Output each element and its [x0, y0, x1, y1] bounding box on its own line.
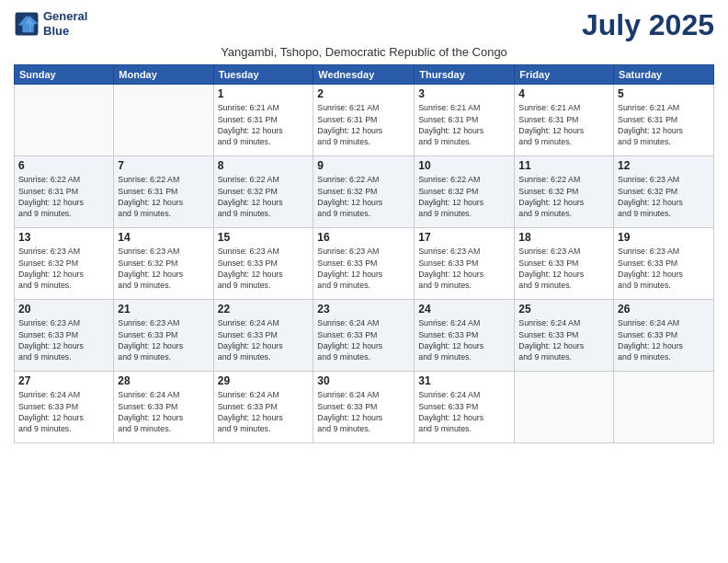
- table-row: 1Sunrise: 6:21 AM Sunset: 6:31 PM Daylig…: [213, 85, 313, 156]
- table-row: 30Sunrise: 6:24 AM Sunset: 6:33 PM Dayli…: [313, 372, 415, 443]
- table-row: 25Sunrise: 6:24 AM Sunset: 6:33 PM Dayli…: [515, 300, 614, 372]
- day-number: 4: [518, 87, 609, 100]
- table-row: 15Sunrise: 6:23 AM Sunset: 6:33 PM Dayli…: [213, 228, 313, 300]
- day-number: 11: [518, 159, 609, 172]
- day-number: 7: [118, 159, 209, 172]
- logo: General Blue: [14, 9, 87, 38]
- col-tuesday: Tuesday: [213, 65, 313, 85]
- day-info: Sunrise: 6:21 AM Sunset: 6:31 PM Dayligh…: [218, 102, 310, 147]
- day-info: Sunrise: 6:21 AM Sunset: 6:31 PM Dayligh…: [618, 102, 710, 147]
- day-number: 26: [618, 303, 710, 316]
- table-row: [515, 372, 614, 443]
- day-number: 12: [618, 159, 710, 172]
- day-info: Sunrise: 6:24 AM Sunset: 6:33 PM Dayligh…: [317, 317, 410, 362]
- table-row: 10Sunrise: 6:22 AM Sunset: 6:32 PM Dayli…: [415, 156, 515, 228]
- table-row: 26Sunrise: 6:24 AM Sunset: 6:33 PM Dayli…: [614, 300, 714, 372]
- day-number: 19: [618, 231, 710, 244]
- day-info: Sunrise: 6:24 AM Sunset: 6:33 PM Dayligh…: [317, 389, 410, 434]
- calendar-week-row: 6Sunrise: 6:22 AM Sunset: 6:31 PM Daylig…: [15, 156, 714, 228]
- table-row: 19Sunrise: 6:23 AM Sunset: 6:33 PM Dayli…: [614, 228, 714, 300]
- calendar-week-row: 1Sunrise: 6:21 AM Sunset: 6:31 PM Daylig…: [15, 85, 714, 156]
- table-row: 11Sunrise: 6:22 AM Sunset: 6:32 PM Dayli…: [515, 156, 614, 228]
- calendar-header-row: Sunday Monday Tuesday Wednesday Thursday…: [15, 65, 714, 85]
- day-number: 27: [18, 374, 109, 387]
- day-number: 22: [218, 303, 310, 316]
- day-info: Sunrise: 6:22 AM Sunset: 6:32 PM Dayligh…: [317, 174, 410, 219]
- col-saturday: Saturday: [614, 65, 714, 85]
- day-info: Sunrise: 6:23 AM Sunset: 6:32 PM Dayligh…: [118, 246, 209, 291]
- table-row: 9Sunrise: 6:22 AM Sunset: 6:32 PM Daylig…: [313, 156, 415, 228]
- day-info: Sunrise: 6:24 AM Sunset: 6:33 PM Dayligh…: [518, 317, 609, 362]
- day-number: 5: [618, 87, 710, 100]
- day-number: 10: [418, 159, 510, 172]
- day-info: Sunrise: 6:23 AM Sunset: 6:32 PM Dayligh…: [618, 174, 710, 219]
- day-info: Sunrise: 6:21 AM Sunset: 6:31 PM Dayligh…: [317, 102, 410, 147]
- day-number: 3: [418, 87, 510, 100]
- day-number: 28: [118, 374, 209, 387]
- table-row: 24Sunrise: 6:24 AM Sunset: 6:33 PM Dayli…: [415, 300, 515, 372]
- table-row: 21Sunrise: 6:23 AM Sunset: 6:33 PM Dayli…: [114, 300, 213, 372]
- day-number: 20: [18, 303, 109, 316]
- day-number: 14: [118, 231, 209, 244]
- calendar-week-row: 13Sunrise: 6:23 AM Sunset: 6:32 PM Dayli…: [15, 228, 714, 300]
- day-number: 9: [317, 159, 410, 172]
- day-number: 13: [18, 231, 109, 244]
- table-row: 6Sunrise: 6:22 AM Sunset: 6:31 PM Daylig…: [15, 156, 114, 228]
- day-number: 2: [317, 87, 410, 100]
- day-info: Sunrise: 6:23 AM Sunset: 6:33 PM Dayligh…: [418, 246, 510, 291]
- col-thursday: Thursday: [415, 65, 515, 85]
- day-info: Sunrise: 6:24 AM Sunset: 6:33 PM Dayligh…: [218, 317, 310, 362]
- day-info: Sunrise: 6:23 AM Sunset: 6:33 PM Dayligh…: [518, 246, 609, 291]
- table-row: 13Sunrise: 6:23 AM Sunset: 6:32 PM Dayli…: [15, 228, 114, 300]
- table-row: 3Sunrise: 6:21 AM Sunset: 6:31 PM Daylig…: [415, 85, 515, 156]
- table-row: 28Sunrise: 6:24 AM Sunset: 6:33 PM Dayli…: [114, 372, 213, 443]
- table-row: [114, 85, 213, 156]
- day-info: Sunrise: 6:24 AM Sunset: 6:33 PM Dayligh…: [418, 317, 510, 362]
- table-row: 5Sunrise: 6:21 AM Sunset: 6:31 PM Daylig…: [614, 85, 714, 156]
- day-info: Sunrise: 6:23 AM Sunset: 6:33 PM Dayligh…: [18, 317, 109, 362]
- day-info: Sunrise: 6:24 AM Sunset: 6:33 PM Dayligh…: [118, 389, 209, 434]
- day-info: Sunrise: 6:21 AM Sunset: 6:31 PM Dayligh…: [518, 102, 609, 147]
- page: General Blue July 2025 Yangambi, Tshopo,…: [0, 0, 728, 563]
- day-info: Sunrise: 6:24 AM Sunset: 6:33 PM Dayligh…: [18, 389, 109, 434]
- day-number: 18: [518, 231, 609, 244]
- calendar-week-row: 20Sunrise: 6:23 AM Sunset: 6:33 PM Dayli…: [15, 300, 714, 372]
- table-row: 22Sunrise: 6:24 AM Sunset: 6:33 PM Dayli…: [213, 300, 313, 372]
- calendar-week-row: 27Sunrise: 6:24 AM Sunset: 6:33 PM Dayli…: [15, 372, 714, 443]
- day-number: 16: [317, 231, 410, 244]
- table-row: 14Sunrise: 6:23 AM Sunset: 6:32 PM Dayli…: [114, 228, 213, 300]
- day-number: 25: [518, 303, 609, 316]
- title-block: July 2025: [582, 9, 714, 41]
- table-row: 2Sunrise: 6:21 AM Sunset: 6:31 PM Daylig…: [313, 85, 415, 156]
- logo-line2: Blue: [43, 24, 87, 39]
- day-info: Sunrise: 6:22 AM Sunset: 6:32 PM Dayligh…: [518, 174, 609, 219]
- table-row: 12Sunrise: 6:23 AM Sunset: 6:32 PM Dayli…: [614, 156, 714, 228]
- day-number: 15: [218, 231, 310, 244]
- table-row: 23Sunrise: 6:24 AM Sunset: 6:33 PM Dayli…: [313, 300, 415, 372]
- day-info: Sunrise: 6:22 AM Sunset: 6:32 PM Dayligh…: [218, 174, 310, 219]
- main-title: July 2025: [582, 9, 714, 41]
- subtitle: Yangambi, Tshopo, Democratic Republic of…: [14, 45, 714, 59]
- table-row: 18Sunrise: 6:23 AM Sunset: 6:33 PM Dayli…: [515, 228, 614, 300]
- logo-text: General Blue: [43, 9, 87, 38]
- header: General Blue July 2025: [14, 9, 714, 41]
- day-number: 31: [418, 374, 510, 387]
- day-number: 17: [418, 231, 510, 244]
- day-info: Sunrise: 6:22 AM Sunset: 6:31 PM Dayligh…: [18, 174, 109, 219]
- day-number: 8: [218, 159, 310, 172]
- table-row: 27Sunrise: 6:24 AM Sunset: 6:33 PM Dayli…: [15, 372, 114, 443]
- logo-line1: General: [43, 9, 87, 24]
- logo-icon: [14, 11, 40, 37]
- day-info: Sunrise: 6:23 AM Sunset: 6:33 PM Dayligh…: [218, 246, 310, 291]
- day-info: Sunrise: 6:24 AM Sunset: 6:33 PM Dayligh…: [618, 317, 710, 362]
- day-number: 1: [218, 87, 310, 100]
- day-number: 21: [118, 303, 209, 316]
- table-row: [614, 372, 714, 443]
- day-info: Sunrise: 6:24 AM Sunset: 6:33 PM Dayligh…: [218, 389, 310, 434]
- day-number: 23: [317, 303, 410, 316]
- table-row: 29Sunrise: 6:24 AM Sunset: 6:33 PM Dayli…: [213, 372, 313, 443]
- day-info: Sunrise: 6:22 AM Sunset: 6:32 PM Dayligh…: [418, 174, 510, 219]
- day-info: Sunrise: 6:24 AM Sunset: 6:33 PM Dayligh…: [418, 389, 510, 434]
- table-row: 31Sunrise: 6:24 AM Sunset: 6:33 PM Dayli…: [415, 372, 515, 443]
- col-monday: Monday: [114, 65, 213, 85]
